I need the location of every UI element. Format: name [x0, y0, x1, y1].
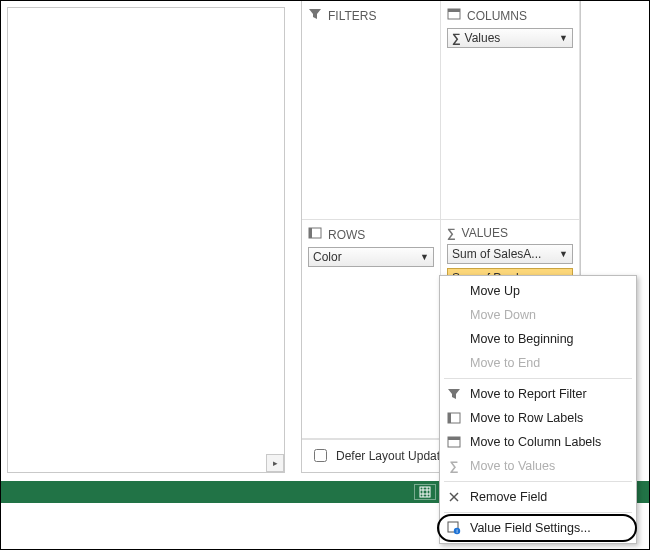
svg-rect-10 — [448, 9, 460, 12]
menu-to-values: ∑ Move to Values — [440, 454, 636, 478]
filters-area[interactable]: FILTERS — [302, 1, 441, 220]
menu-label: Move to Beginning — [470, 332, 574, 346]
view-normal-button[interactable] — [414, 484, 436, 500]
rows-area[interactable]: ROWS Color ▼ — [302, 220, 441, 439]
columns-icon — [447, 7, 461, 24]
menu-move-up[interactable]: Move Up — [440, 279, 636, 303]
field-label: Values — [465, 31, 501, 45]
sigma-icon: ∑ — [447, 226, 456, 240]
values-field-salesa[interactable]: Sum of SalesA... ▼ — [447, 244, 573, 264]
menu-label: Move to Column Labels — [470, 435, 601, 449]
menu-label: Move Down — [470, 308, 536, 322]
menu-separator — [444, 512, 632, 513]
chevron-down-icon: ▼ — [559, 249, 568, 259]
chevron-down-icon: ▼ — [420, 252, 429, 262]
close-icon — [446, 489, 462, 505]
filter-icon — [446, 386, 462, 402]
menu-label: Value Field Settings... — [470, 521, 591, 535]
field-settings-icon: i — [446, 520, 462, 536]
filter-icon — [308, 7, 322, 24]
menu-move-beginning[interactable]: Move to Beginning — [440, 327, 636, 351]
menu-label: Move to Values — [470, 459, 555, 473]
svg-rect-14 — [448, 413, 451, 423]
svg-rect-12 — [309, 228, 312, 238]
field-label: Color — [313, 250, 342, 264]
menu-remove-field[interactable]: Remove Field — [440, 485, 636, 509]
worksheet-area: ▸ — [7, 7, 285, 473]
field-label: Sum of SalesA... — [452, 247, 541, 261]
values-label: VALUES — [462, 226, 508, 240]
menu-label: Move to Row Labels — [470, 411, 583, 425]
menu-to-report-filter[interactable]: Move to Report Filter — [440, 382, 636, 406]
sigma-icon: ∑ — [446, 458, 462, 474]
menu-value-field-settings[interactable]: i Value Field Settings... — [440, 516, 636, 540]
menu-move-down: Move Down — [440, 303, 636, 327]
menu-label: Move Up — [470, 284, 520, 298]
rows-icon — [308, 226, 322, 243]
filters-label: FILTERS — [328, 9, 376, 23]
menu-separator — [444, 481, 632, 482]
menu-label: Move to Report Filter — [470, 387, 587, 401]
field-context-menu: Move Up Move Down Move to Beginning Move… — [439, 275, 637, 544]
rows-field-color[interactable]: Color ▼ — [308, 247, 434, 267]
menu-move-end: Move to End — [440, 351, 636, 375]
menu-to-column-labels[interactable]: Move to Column Labels — [440, 430, 636, 454]
menu-label: Remove Field — [470, 490, 547, 504]
columns-field-values[interactable]: ∑ Values ▼ — [447, 28, 573, 48]
columns-icon — [446, 434, 462, 450]
menu-separator — [444, 378, 632, 379]
rows-icon — [446, 410, 462, 426]
svg-text:i: i — [456, 528, 457, 534]
scroll-right-button[interactable]: ▸ — [266, 454, 284, 472]
columns-area[interactable]: COLUMNS ∑ Values ▼ — [441, 1, 580, 220]
rows-label: ROWS — [328, 228, 365, 242]
menu-to-row-labels[interactable]: Move to Row Labels — [440, 406, 636, 430]
chevron-down-icon: ▼ — [559, 33, 568, 43]
defer-layout-checkbox[interactable] — [314, 449, 327, 462]
defer-layout-label: Defer Layout Updat — [336, 449, 440, 463]
svg-rect-16 — [448, 437, 460, 440]
menu-label: Move to End — [470, 356, 540, 370]
sigma-icon: ∑ — [452, 31, 461, 45]
columns-label: COLUMNS — [467, 9, 527, 23]
svg-rect-0 — [420, 487, 430, 497]
